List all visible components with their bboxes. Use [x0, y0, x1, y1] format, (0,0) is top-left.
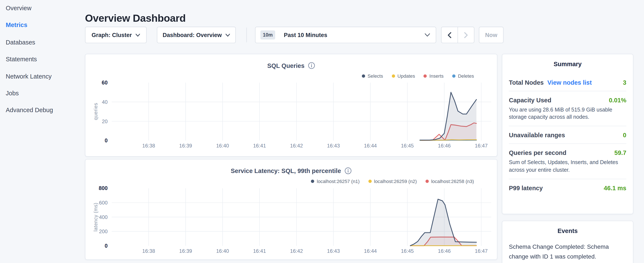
app-viewport: Overview Metrics Databases Statements Ne… [0, 0, 644, 263]
svg-text:40: 40 [102, 99, 108, 105]
svg-text:16:41: 16:41 [253, 248, 266, 254]
dashboard-dropdown-label: Dashboard: Overview [163, 32, 222, 38]
view-nodes-list-link[interactable]: View nodes list [548, 79, 592, 86]
svg-text:16:42: 16:42 [290, 143, 303, 149]
summary-row-total-nodes: Total Nodes View nodes list 3 [509, 69, 626, 91]
service-latency-chart-card: Service Latency: SQL, 99th percentile lo… [85, 159, 497, 260]
svg-text:16:40: 16:40 [216, 143, 229, 149]
summary-row-p99-latency: P99 latency 46.1 ms [509, 179, 626, 196]
chevron-down-icon [424, 33, 430, 36]
summary-description: You are using 28.6 MiB of 515.9 GiB usab… [509, 106, 626, 121]
chevron-down-icon [136, 34, 140, 36]
svg-text:16:38: 16:38 [142, 143, 155, 149]
svg-text:16:39: 16:39 [179, 248, 192, 254]
events-title: Events [502, 221, 633, 236]
svg-text:0: 0 [104, 243, 108, 249]
chevron-right-icon [464, 32, 468, 38]
sidebar-item-databases[interactable]: Databases [0, 39, 82, 56]
sidebar-item-overview[interactable]: Overview [0, 5, 82, 22]
time-range-label: Past 10 Minutes [284, 32, 327, 38]
svg-text:16:43: 16:43 [327, 248, 340, 254]
svg-text:0: 0 [104, 137, 108, 143]
summary-title: Summary [502, 54, 633, 69]
summary-value: 46.1 ms [604, 184, 626, 191]
summary-value: 0.01% [609, 97, 626, 104]
sql-queries-chart-card: SQL Queries SelectsUpdatesInsertsDeletes… [85, 54, 497, 157]
summary-description: Sum of Selects, Updates, Inserts, and De… [509, 159, 626, 174]
summary-value: 0 [623, 132, 626, 139]
svg-text:16:41: 16:41 [253, 143, 266, 149]
svg-text:16:42: 16:42 [290, 248, 303, 254]
summary-row-unavailable-ranges: Unavailable ranges 0 [509, 126, 626, 144]
summary-label: Queries per second [509, 149, 566, 156]
svg-text:16:46: 16:46 [438, 248, 450, 254]
time-range-picker[interactable]: 10m Past 10 Minutes [255, 27, 436, 43]
summary-label: Unavailable ranges [509, 132, 565, 139]
dashboard-dropdown[interactable]: Dashboard: Overview [157, 27, 236, 43]
svg-text:16:40: 16:40 [216, 248, 229, 254]
svg-text:600: 600 [99, 200, 108, 205]
svg-text:16:44: 16:44 [364, 143, 377, 149]
svg-text:16:47: 16:47 [475, 143, 488, 149]
svg-text:800: 800 [99, 185, 108, 191]
svg-text:16:45: 16:45 [401, 143, 414, 149]
graph-dropdown-label: Graph: Cluster [92, 32, 132, 38]
chevron-down-icon [225, 34, 230, 36]
time-range-badge: 10m [260, 31, 275, 39]
summary-label: P99 latency [509, 184, 542, 191]
svg-text:16:38: 16:38 [142, 248, 155, 254]
sidebar-item-statements[interactable]: Statements [0, 56, 82, 73]
sidebar-item-metrics[interactable]: Metrics [0, 22, 82, 39]
chevron-left-icon [448, 32, 451, 38]
svg-text:400: 400 [99, 214, 108, 220]
svg-text:16:47: 16:47 [475, 248, 488, 254]
graph-dropdown[interactable]: Graph: Cluster [85, 27, 147, 43]
event-item: Schema Change Completed: Schema change w… [509, 242, 626, 263]
time-range-nav [441, 27, 474, 43]
svg-text:16:44: 16:44 [364, 248, 377, 254]
summary-label: Capacity Used [509, 97, 551, 104]
prev-range-button[interactable] [442, 27, 458, 43]
svg-text:16:43: 16:43 [327, 143, 340, 149]
sidebar-item-network-latency[interactable]: Network Latency [0, 73, 82, 90]
sidebar-item-advanced-debug[interactable]: Advanced Debug [0, 107, 82, 124]
svg-text:20: 20 [102, 119, 108, 124]
toolbar-divider [246, 28, 247, 42]
now-button[interactable]: Now [479, 27, 504, 43]
svg-text:16:45: 16:45 [401, 248, 414, 254]
svg-text:60: 60 [102, 80, 108, 86]
summary-row-queries-per-second: Queries per second 59.7 Sum of Selects, … [509, 144, 626, 179]
summary-value: 3 [623, 79, 626, 86]
summary-label: Total Nodes [509, 79, 544, 86]
summary-row-capacity-used: Capacity Used 0.01% You are using 28.6 M… [509, 91, 626, 126]
next-range-button[interactable] [458, 27, 474, 43]
page-title: Overview Dashboard [85, 12, 186, 24]
svg-text:200: 200 [99, 228, 108, 234]
sidebar-item-jobs[interactable]: Jobs [0, 90, 82, 107]
chart-canvas[interactable]: 16:3816:3916:4016:4116:4216:4316:4416:45… [86, 54, 498, 157]
svg-text:16:39: 16:39 [179, 143, 192, 149]
events-panel: Events Schema Change Completed: Schema c… [502, 221, 633, 263]
event-message: Schema Change Completed: Schema change w… [509, 242, 626, 261]
svg-text:16:46: 16:46 [438, 143, 450, 149]
chart-canvas[interactable]: 16:3816:3916:4016:4116:4216:4316:4416:45… [86, 160, 498, 260]
summary-panel: Summary Total Nodes View nodes list 3 Ca… [502, 54, 633, 214]
sidebar: Overview Metrics Databases Statements Ne… [0, 0, 82, 124]
summary-value: 59.7 [614, 149, 626, 156]
now-button-label: Now [485, 32, 497, 38]
